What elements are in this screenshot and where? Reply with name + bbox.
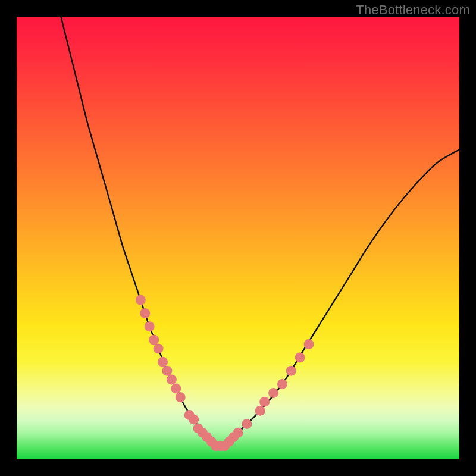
data-marker [242, 419, 252, 429]
data-marker [176, 392, 186, 402]
data-marker [295, 352, 305, 362]
data-marker [167, 375, 177, 385]
data-marker [145, 321, 155, 331]
data-marker [304, 339, 314, 349]
data-marker [158, 357, 168, 367]
data-marker [255, 406, 265, 416]
data-marker [162, 366, 172, 376]
data-marker [171, 383, 181, 393]
chart-plot-area [17, 17, 459, 459]
data-marker [277, 379, 287, 389]
data-marker [149, 335, 159, 345]
bottleneck-curve [61, 17, 459, 446]
data-marker [259, 397, 270, 407]
data-marker [233, 428, 243, 438]
data-marker [189, 415, 199, 425]
chart-svg [17, 17, 459, 459]
chart-frame: TheBottleneck.com [0, 0, 476, 476]
data-marker [154, 344, 164, 354]
marker-layer [136, 295, 314, 452]
data-marker [136, 295, 146, 305]
curve-layer [61, 17, 459, 446]
watermark-text: TheBottleneck.com [356, 2, 470, 18]
data-marker [286, 366, 296, 376]
data-marker [268, 388, 278, 398]
data-marker [140, 308, 150, 318]
